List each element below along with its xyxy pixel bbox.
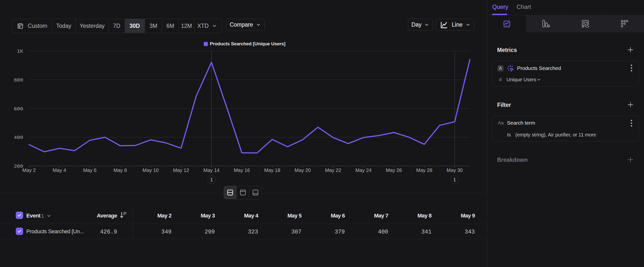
- svg-text:May 10: May 10: [143, 167, 159, 173]
- svg-text:May 4: May 4: [53, 167, 66, 173]
- svg-text:May 22: May 22: [325, 167, 341, 173]
- svg-text:May 12: May 12: [173, 167, 189, 173]
- svg-text:May 26: May 26: [386, 167, 402, 173]
- svg-text:May 2: May 2: [22, 167, 36, 173]
- svg-text:May 14: May 14: [204, 167, 220, 173]
- svg-text:May 8: May 8: [114, 167, 127, 173]
- svg-text:May 6: May 6: [83, 167, 96, 173]
- svg-text:400: 400: [14, 135, 23, 140]
- svg-text:800: 800: [14, 77, 23, 83]
- svg-text:May 30: May 30: [447, 167, 463, 173]
- svg-text:May 20: May 20: [295, 167, 311, 173]
- svg-text:May 18: May 18: [264, 167, 280, 173]
- svg-text:1K: 1K: [17, 49, 23, 54]
- svg-text:May 24: May 24: [356, 167, 372, 173]
- svg-text:200: 200: [14, 164, 23, 169]
- svg-text:May 28: May 28: [416, 167, 432, 173]
- svg-text:May 16: May 16: [234, 167, 250, 173]
- svg-text:600: 600: [14, 106, 23, 112]
